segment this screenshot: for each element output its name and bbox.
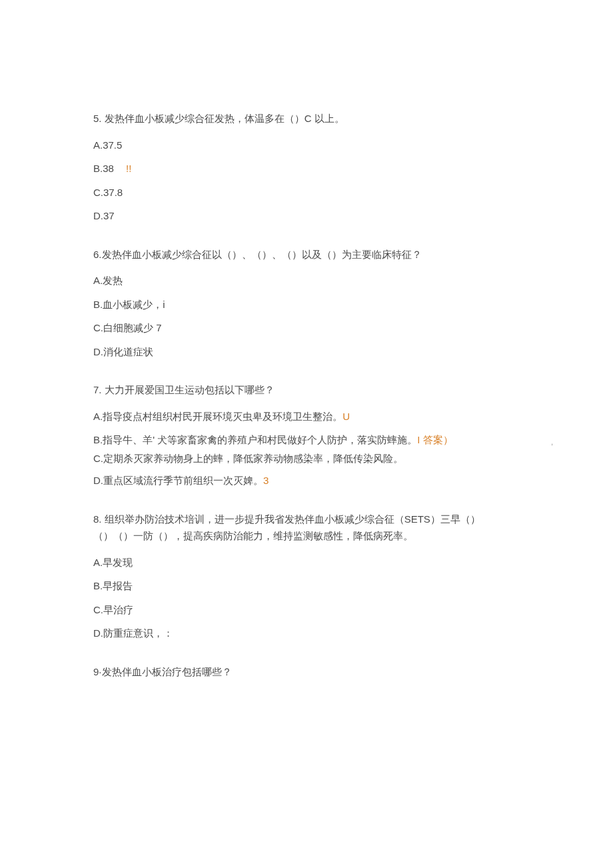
option-prefix: A. xyxy=(93,411,103,422)
option-c: C.定期杀灭家养动物身上的蟀，降低家养动物感染率，降低传染风险。 xyxy=(93,450,520,467)
question-6: 6.发热伴血小板减少综合征以（）、（）、（）以及（）为主要临床特征？ A.发热 … xyxy=(93,246,520,361)
option-text: 早治疗 xyxy=(103,604,133,615)
option-prefix: A. xyxy=(93,275,103,286)
option-b: B.早报告 xyxy=(93,577,520,595)
question-number: 6. xyxy=(93,249,102,260)
question-text: 7. 大力开展爱国卫生运动包括以下哪些？ xyxy=(93,381,520,399)
option-prefix: C. xyxy=(93,604,103,615)
option-text: 37.5 xyxy=(103,139,122,151)
option-d: D.防重症意识，： xyxy=(93,625,520,642)
question-body: 发热伴血小板减少综合征发热，体温多在（）C 以上。 xyxy=(105,113,344,124)
option-text: 白细胞减少 7 xyxy=(103,322,162,333)
option-text: 37 xyxy=(103,210,115,221)
option-prefix: D. xyxy=(93,346,103,357)
question-text: 5. 发热伴血小板减少综合征发热，体温多在（）C 以上。 xyxy=(93,110,520,127)
option-prefix: C. xyxy=(93,453,103,464)
option-text: 38 xyxy=(103,163,114,174)
option-b: B.指导牛、羊' 犬等家畜家禽的养殖户和村民做好个人防护，落实防蟀施。I 答案） xyxy=(93,431,520,449)
question-9: 9·发热伴血小板治疗包括哪些？ xyxy=(93,663,520,681)
question-body: 大力开展爱国卫生运动包括以下哪些？ xyxy=(105,384,275,395)
question-body-line2: （）（）一防（），提高疾病防治能力，维持监测敏感性，降低病死率。 xyxy=(93,527,520,545)
question-body: 发热伴血小板减少综合征以（）、（）、（）以及（）为主要临床特征？ xyxy=(102,249,422,260)
question-7: 7. 大力开展爱国卫生运动包括以下哪些？ A.指导疫点村组织村民开展环境灭虫卑及… xyxy=(93,381,520,489)
option-text: 消化道症状 xyxy=(103,346,153,357)
option-prefix: D. xyxy=(93,475,103,486)
option-prefix: A. xyxy=(93,557,103,568)
option-text: 防重症意识，： xyxy=(103,627,173,639)
answer-mark: !! xyxy=(126,163,131,174)
option-prefix: C. xyxy=(93,187,103,198)
option-text: 重点区域流行季节前组织一次灭婢。 xyxy=(103,475,263,486)
document-page: 5. 发热伴血小板减少综合征发热，体温多在（）C 以上。 A.37.5 B.38… xyxy=(0,0,613,768)
option-text: 定期杀灭家养动物身上的蟀，降低家养动物感染率，降低传染风险。 xyxy=(103,453,403,464)
option-prefix: D. xyxy=(93,627,103,639)
option-d: D.重点区域流行季节前组织一次灭婢。3 xyxy=(93,472,520,489)
question-number: 5. xyxy=(93,113,102,124)
question-number: 9· xyxy=(93,666,102,677)
option-text: 早报告 xyxy=(103,580,133,591)
answer-mark: I 答案） xyxy=(417,434,452,445)
option-a: A.指导疫点村组织村民开展环境灭虫卑及环境卫生整治。U xyxy=(93,408,520,425)
option-text: 指导疫点村组织村民开展环境灭虫卑及环境卫生整治。 xyxy=(103,411,342,422)
option-group-bc: B.指导牛、羊' 犬等家畜家禽的养殖户和村民做好个人防护，落实防蟀施。I 答案）… xyxy=(93,431,520,467)
option-d: D.消化道症状 xyxy=(93,343,520,361)
question-body: 发热伴血小板治疗包括哪些？ xyxy=(102,666,232,677)
option-text: 指导牛、羊' 犬等家畜家禽的养殖户和村民做好个人防护，落实防蟀施。 xyxy=(103,434,417,445)
option-prefix: B. xyxy=(93,299,103,310)
answer-mark: U xyxy=(342,411,350,422)
option-b: B.血小板减少，i xyxy=(93,296,520,313)
question-8: 8. 组织举办防治技术培训，进一步提升我省发热伴血小板减少综合征（SETS）三早… xyxy=(93,511,520,642)
answer-mark: 3 xyxy=(263,475,269,486)
option-prefix: A. xyxy=(93,139,103,151)
option-prefix: B. xyxy=(93,163,103,174)
option-text: 血小板减少，i xyxy=(103,299,165,310)
question-number: 8. xyxy=(93,513,102,525)
option-c: C.早治疗 xyxy=(93,601,520,619)
option-text: 发热 xyxy=(103,275,123,286)
option-a: A.37.5 xyxy=(93,137,520,154)
question-number: 7. xyxy=(93,384,102,395)
question-text: 9·发热伴血小板治疗包括哪些？ xyxy=(93,663,520,681)
option-a: A.早发现 xyxy=(93,554,520,571)
option-prefix: D. xyxy=(93,210,103,221)
option-prefix: C. xyxy=(93,322,103,333)
question-body-line1: 组织举办防治技术培训，进一步提升我省发热伴血小板减少综合征（SETS）三早（） xyxy=(105,513,480,525)
option-prefix: B. xyxy=(93,434,103,445)
option-d: D.37 xyxy=(93,207,520,225)
question-5: 5. 发热伴血小板减少综合征发热，体温多在（）C 以上。 A.37.5 B.38… xyxy=(93,110,520,225)
option-b: B.38 !! xyxy=(93,160,520,177)
option-prefix: B. xyxy=(93,580,103,591)
option-c: C.白细胞减少 7 xyxy=(93,319,520,337)
option-text: 早发现 xyxy=(103,557,133,568)
question-text: 8. 组织举办防治技术培训，进一步提升我省发热伴血小板减少综合征（SETS）三早… xyxy=(93,511,520,545)
option-c: C.37.8 xyxy=(93,184,520,201)
option-text: 37.8 xyxy=(103,187,123,198)
question-text: 6.发热伴血小板减少综合征以（）、（）、（）以及（）为主要临床特征？ xyxy=(93,246,520,263)
option-a: A.发热 xyxy=(93,272,520,289)
